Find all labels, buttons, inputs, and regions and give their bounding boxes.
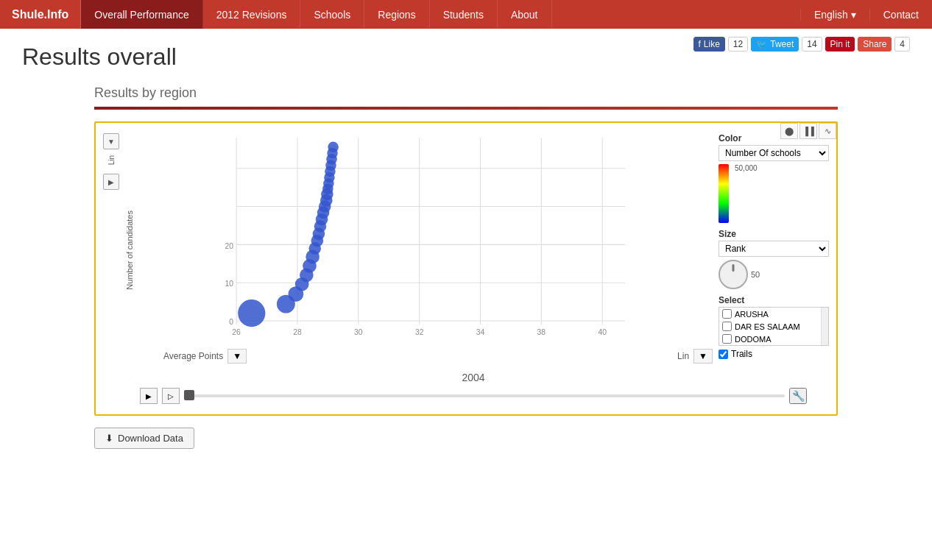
y-scale-label: Lin xyxy=(107,155,116,165)
settings-button[interactable]: 🔧 xyxy=(789,388,807,404)
region-label-arusha: ARUSHA xyxy=(735,310,769,319)
size-section: Size Rank 50 xyxy=(719,229,829,289)
nav-items: Overall Performance 2012 Revisions Schoo… xyxy=(81,0,800,29)
color-select[interactable]: Number Of schools xyxy=(719,145,829,161)
chart-section: Results by region ⬤ ▐▐ ∿ ▼ Lin ▶ xyxy=(94,85,838,449)
twitter-tweet-button[interactable]: 🐦 Tweet xyxy=(751,37,799,52)
x-axis-dropdown[interactable]: ▼ xyxy=(227,349,247,364)
svg-text:28: 28 xyxy=(293,328,302,336)
year-display: 2004 xyxy=(140,372,807,383)
chart-left-controls: ▼ Lin ▶ xyxy=(103,130,119,370)
region-item-arusha[interactable]: ARUSHA xyxy=(719,308,828,320)
select-label: Select xyxy=(719,295,829,305)
playback-bar: ▶ ▷ 🔧 xyxy=(140,385,807,407)
page-content: Results overall Results by region ⬤ ▐▐ ∿… xyxy=(0,29,932,464)
x-axis-label: Average Points xyxy=(163,351,223,361)
color-scale-labels: 50,000 xyxy=(735,164,758,223)
svg-text:20: 20 xyxy=(225,242,233,250)
size-label: Size xyxy=(719,229,829,239)
color-scale-row: 50,000 xyxy=(719,164,829,223)
gplus-share-button[interactable]: Share xyxy=(858,37,892,52)
region-item-dar-es-salaam[interactable]: DAR ES SALAAM xyxy=(719,320,828,333)
timeline-slider[interactable] xyxy=(184,394,785,397)
gplus-count: 4 xyxy=(894,37,910,52)
bar-type-button[interactable]: ▐▐ xyxy=(799,123,817,139)
trails-row: Trails xyxy=(719,349,829,359)
svg-text:26: 26 xyxy=(232,328,241,336)
playback-section: 2004 ▶ ▷ 🔧 xyxy=(103,370,829,407)
chart-inner: ▼ Lin ▶ Number of candidates xyxy=(103,130,829,370)
size-knob-value: 50 xyxy=(751,270,760,279)
x-scale-dropdown[interactable]: ▼ xyxy=(693,349,713,364)
y-axis-toggle-button[interactable]: ▼ xyxy=(103,133,119,149)
facebook-like-button[interactable]: f Like xyxy=(693,37,725,52)
nav-item-students[interactable]: Students xyxy=(430,0,498,29)
chart-area: 0 10 20 26 28 30 32 34 38 40 xyxy=(141,130,713,370)
line-type-button[interactable]: ∿ xyxy=(819,123,836,139)
nav-item-contact[interactable]: Contact xyxy=(869,9,932,21)
region-checkbox-dodoma[interactable] xyxy=(722,334,732,344)
y-axis-outer: Number of candidates xyxy=(125,130,135,370)
trails-checkbox[interactable] xyxy=(719,350,728,359)
chart-type-buttons: ⬤ ▐▐ ∿ xyxy=(780,123,836,139)
region-label-dar-es-salaam: DAR ES SALAAM xyxy=(735,322,800,331)
nav-brand[interactable]: Shule.Info xyxy=(0,0,81,29)
facebook-icon: f xyxy=(699,39,701,49)
svg-text:38: 38 xyxy=(537,328,546,336)
x-scale-label: Lin xyxy=(677,351,689,361)
y-axis-expand-button[interactable]: ▶ xyxy=(103,174,119,190)
download-data-button[interactable]: ⬇ Download Data xyxy=(94,428,194,449)
svg-text:34: 34 xyxy=(476,328,485,336)
section-title: Results by region xyxy=(94,85,838,101)
section-divider xyxy=(94,107,838,110)
color-bar xyxy=(719,164,729,223)
nav-item-2012-revisions[interactable]: 2012 Revisions xyxy=(203,0,301,29)
nav-item-schools[interactable]: Schools xyxy=(300,0,364,29)
select-list-scrollbar[interactable] xyxy=(821,308,828,345)
region-checkbox-arusha[interactable] xyxy=(722,309,732,319)
region-label-dodoma: DODOMA xyxy=(735,335,772,344)
facebook-count: 12 xyxy=(728,37,748,52)
nav-item-overall-performance[interactable]: Overall Performance xyxy=(81,0,202,29)
y-axis-label: Number of candidates xyxy=(125,210,134,290)
timeline-thumb xyxy=(184,390,194,400)
nav-item-english[interactable]: English ▾ xyxy=(800,9,869,21)
download-label: Download Data xyxy=(118,433,183,444)
chart-right-panel: Color Number Of schools 50,000 xyxy=(719,130,829,370)
nav-item-regions[interactable]: Regions xyxy=(364,0,429,29)
scatter-point[interactable] xyxy=(238,300,265,327)
size-select[interactable]: Rank xyxy=(719,241,829,257)
select-section: Select ARUSHA DAR ES SALAAM xyxy=(719,295,829,359)
svg-text:30: 30 xyxy=(354,328,363,336)
navbar: Shule.Info Overall Performance 2012 Revi… xyxy=(0,0,932,29)
play-button[interactable]: ▶ xyxy=(140,388,158,404)
twitter-icon: 🐦 xyxy=(756,39,767,49)
svg-text:10: 10 xyxy=(225,280,233,288)
x-axis-label-row: Average Points ▼ Lin ▼ xyxy=(141,349,713,364)
color-section: Color Number Of schools 50,000 xyxy=(719,133,829,223)
scatter-point[interactable] xyxy=(328,142,339,153)
twitter-count: 14 xyxy=(802,37,822,52)
svg-text:32: 32 xyxy=(415,328,424,336)
scatter-plot: 0 10 20 26 28 30 32 34 38 40 xyxy=(141,130,713,344)
region-checkbox-dar-es-salaam[interactable] xyxy=(722,322,732,331)
svg-text:40: 40 xyxy=(598,328,607,336)
region-item-dodoma[interactable]: DODOMA xyxy=(719,333,828,345)
size-knob-row: 50 xyxy=(719,260,829,289)
social-bar: f Like 12 🐦 Tweet 14 Pin it Share 4 xyxy=(693,37,911,52)
size-knob[interactable] xyxy=(719,260,748,289)
region-select-list: ARUSHA DAR ES SALAAM DODOMA xyxy=(719,307,829,346)
nav-item-about[interactable]: About xyxy=(498,0,552,29)
svg-text:0: 0 xyxy=(229,318,233,326)
trails-label: Trails xyxy=(731,349,752,359)
download-icon: ⬇ xyxy=(105,433,113,444)
chart-container: ⬤ ▐▐ ∿ ▼ Lin ▶ Number of candidates xyxy=(94,121,838,416)
nav-right: English ▾ Contact xyxy=(800,0,932,29)
scatter-type-button[interactable]: ⬤ xyxy=(780,123,798,139)
step-button[interactable]: ▷ xyxy=(162,388,180,404)
pinterest-button[interactable]: Pin it xyxy=(825,37,855,52)
